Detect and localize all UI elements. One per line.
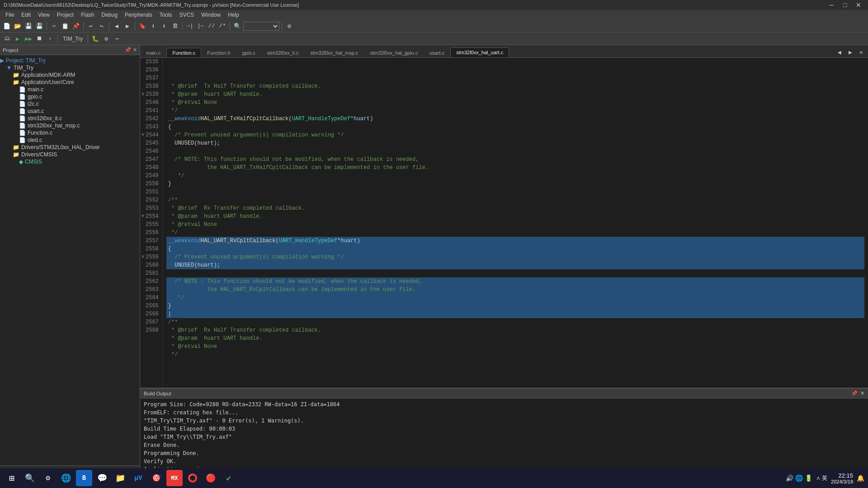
tree-item[interactable]: 📄usart.c: [0, 108, 140, 115]
code-line[interactable]: */: [166, 107, 864, 115]
code-editor-content[interactable]: * @brief Tx Half Transfer completed call…: [163, 58, 868, 388]
code-line[interactable]: * @param huart UART handle.: [166, 90, 864, 99]
code-line[interactable]: }: [166, 302, 864, 310]
code-line[interactable]: * @retval None: [166, 343, 864, 351]
code-line[interactable]: [166, 188, 864, 196]
tree-item[interactable]: 📁Application/User/Core: [0, 79, 140, 86]
tree-item[interactable]: 📄Function.c: [0, 129, 140, 136]
code-line[interactable]: /**: [166, 318, 864, 326]
download-btn[interactable]: ⬇: [45, 34, 55, 44]
find-button[interactable]: 🔍: [232, 21, 242, 31]
menu-help[interactable]: Help: [224, 11, 243, 19]
fold-button[interactable]: ▼: [140, 90, 146, 99]
settings-taskbar[interactable]: ⚙: [40, 470, 56, 486]
code-line[interactable]: */: [166, 294, 864, 302]
debug-btn[interactable]: 🐛: [90, 34, 100, 44]
code-line[interactable]: __weak void HAL_UART_RxCpltCallback(UART…: [166, 237, 864, 245]
tab-stm32l0xx-hal-uart[interactable]: stm32l0xx_hal_uart.c: [450, 47, 509, 57]
tree-item[interactable]: 📄oled.c: [0, 136, 140, 144]
new-file-button[interactable]: 📄: [2, 21, 12, 31]
search-taskbar[interactable]: 🔍: [22, 470, 38, 486]
tab-function-c[interactable]: Function.c: [166, 48, 201, 57]
menu-peripherals[interactable]: Peripherals: [121, 11, 156, 19]
maximize-button[interactable]: □: [839, 0, 851, 10]
back-button[interactable]: ◀: [112, 21, 122, 31]
tab-gpio-c[interactable]: gpio.c: [236, 48, 261, 57]
indent-button[interactable]: →|: [185, 21, 195, 31]
code-line[interactable]: /* NOTE: This function should not be mod…: [166, 155, 864, 164]
app-mx[interactable]: MX: [166, 470, 183, 486]
code-line[interactable]: */: [166, 351, 864, 359]
tab-stm32l0xx-hal-gpio[interactable]: stm32l0xx_hal_gpio.c: [364, 48, 424, 57]
code-line[interactable]: the HAL_UART_TxHalfCpltCallback can be i…: [166, 164, 864, 172]
settings-btn[interactable]: ⚙: [101, 34, 111, 44]
tree-item[interactable]: 📄stm32l0xx_it.c: [0, 115, 140, 122]
code-line[interactable]: * @retval None: [166, 99, 864, 107]
paste-button[interactable]: 📌: [71, 21, 81, 31]
rebuild-btn[interactable]: ▶: [13, 34, 23, 44]
tree-item[interactable]: ▼TIM_Try: [0, 64, 140, 71]
code-line[interactable]: {: [166, 245, 864, 253]
code-line[interactable]: * @retval None: [166, 221, 864, 229]
code-line[interactable]: * @brief Rx Half Transfer completed call…: [166, 326, 864, 334]
tree-item[interactable]: 📄gpio.c: [0, 93, 140, 100]
code-line[interactable]: */: [166, 229, 864, 237]
unindent-button[interactable]: |←: [196, 21, 206, 31]
tab-main-c[interactable]: main.c: [140, 48, 166, 57]
start-button[interactable]: ⊞: [4, 470, 20, 486]
minimize-button[interactable]: ─: [826, 0, 837, 10]
code-line[interactable]: * @brief Tx Half Transfer completed call…: [166, 82, 864, 90]
explorer-icon[interactable]: 📁: [112, 470, 128, 486]
app-b[interactable]: B: [76, 470, 92, 486]
tab-scroll-right[interactable]: ▶: [845, 47, 855, 57]
code-line[interactable]: * @param huart UART handle.: [166, 334, 864, 343]
forward-button[interactable]: ▶: [123, 21, 132, 31]
menu-tools[interactable]: Tools: [156, 11, 176, 19]
cut-button[interactable]: ✂: [49, 21, 59, 31]
code-line[interactable]: /* Prevent unused argument(s) compilatio…: [166, 131, 864, 139]
menu-project[interactable]: Project: [53, 11, 77, 19]
menu-flash[interactable]: Flash: [77, 11, 98, 19]
code-line[interactable]: * @brief Rx Transfer completed callback.: [166, 204, 864, 212]
tree-item[interactable]: 📁Drivers/CMSIS: [0, 151, 140, 158]
undo-button[interactable]: ↩: [86, 21, 96, 31]
code-line[interactable]: /* Prevent unused argument(s) compilatio…: [166, 253, 864, 261]
project-close-button[interactable]: ✕: [133, 47, 137, 53]
menu-file[interactable]: File: [2, 11, 18, 19]
open-file-button[interactable]: 📂: [13, 21, 23, 31]
code-line[interactable]: [166, 147, 864, 155]
app-red[interactable]: 🔴: [203, 470, 219, 486]
tab-close-all[interactable]: ✕: [856, 47, 866, 57]
code-line[interactable]: UNUSED(huart);: [166, 261, 864, 269]
code-line[interactable]: }: [166, 180, 864, 188]
clear-bookmarks-button[interactable]: 🗑: [170, 21, 180, 31]
tab-scroll-left[interactable]: ◀: [835, 47, 844, 57]
code-line[interactable]: * @param huart UART handle.: [166, 212, 864, 221]
search-dropdown[interactable]: [243, 22, 279, 31]
fold-button[interactable]: ▼: [140, 212, 146, 221]
edge-browser[interactable]: 🌐: [58, 470, 74, 486]
redo-button[interactable]: ↪: [97, 21, 107, 31]
comment-button[interactable]: //: [207, 21, 217, 31]
close-button[interactable]: ✕: [853, 0, 864, 10]
code-line[interactable]: {: [166, 123, 864, 131]
menu-view[interactable]: View: [34, 11, 53, 19]
code-line[interactable]: __weak void HAL_UART_TxHalfCpltCallback(…: [166, 115, 864, 123]
save-all-button[interactable]: 💾: [34, 21, 44, 31]
project-btn[interactable]: 🗂: [2, 34, 12, 44]
menu-edit[interactable]: Edit: [18, 11, 34, 19]
tree-item[interactable]: 📄main.c: [0, 86, 140, 93]
code-line[interactable]: */: [166, 172, 864, 180]
tree-item[interactable]: 📄i2c.c: [0, 100, 140, 108]
app-circle[interactable]: ⭕: [184, 470, 201, 486]
tab-usart-c[interactable]: usart.c: [424, 48, 450, 57]
next-bookmark-button[interactable]: ⬇: [159, 21, 169, 31]
stop-build-btn[interactable]: ⏹: [34, 34, 44, 44]
code-line[interactable]: the HAL_UART_RxCpltCallback can be imple…: [166, 286, 864, 294]
project-pin-button[interactable]: 📌: [125, 47, 131, 53]
code-line[interactable]: [166, 269, 864, 277]
build-output-close[interactable]: ✕: [860, 390, 864, 396]
menu-window[interactable]: Window: [198, 11, 224, 19]
app-green[interactable]: ✔: [221, 470, 237, 486]
tree-item[interactable]: 📄stm32l0xx_hal_msp.c: [0, 122, 140, 129]
